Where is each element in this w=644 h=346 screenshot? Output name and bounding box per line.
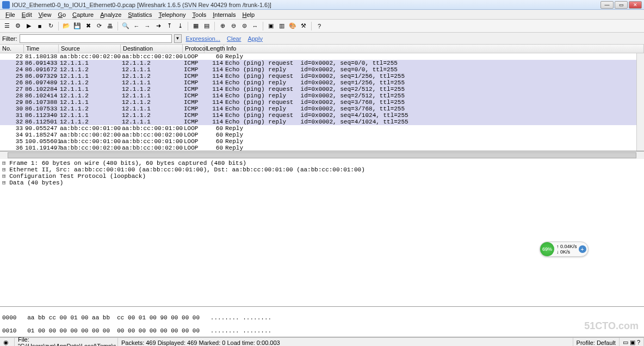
packet-details-pane[interactable]: Frame 1: 60 bytes on wire (480 bits), 60… xyxy=(0,159,644,307)
detail-row[interactable]: Frame 1: 60 bytes on wire (480 bits), 60… xyxy=(2,160,642,166)
packet-row[interactable]: 2586.09732912.1.1.112.1.1.2ICMP114Echo (… xyxy=(0,73,644,79)
interfaces-icon[interactable]: ☰ xyxy=(2,21,12,31)
auto-scroll-icon[interactable]: ▤ xyxy=(202,21,212,31)
toolbar: ☰ ⚙ ▶ ■ ↻ 📂 💾 ✖ ⟳ 🖶 🔍 ← → ➜ ⤒ ⤓ ▦ ▤ ⊕ ⊖ … xyxy=(0,20,644,33)
close-button[interactable]: ✕ xyxy=(629,1,642,9)
menubar: File Edit View Go Capture Analyze Statis… xyxy=(0,10,644,20)
zoom-out-icon[interactable]: ⊖ xyxy=(228,21,238,31)
zoom-in-icon[interactable]: ⊕ xyxy=(218,21,227,31)
packet-row[interactable]: 2886.10241412.1.1.212.1.1.1ICMP114Echo (… xyxy=(0,92,644,99)
go-first-icon[interactable]: ⤒ xyxy=(164,21,174,31)
start-capture-icon[interactable]: ▶ xyxy=(24,21,34,31)
menu-edit[interactable]: Edit xyxy=(18,11,35,18)
packet-row[interactable]: 3286.11250112.1.1.212.1.1.1ICMP114Echo (… xyxy=(0,119,644,125)
packet-row[interactable]: 35100.055601aa:bb:cc:00:01:00aa:bb:cc:00… xyxy=(0,138,644,145)
packet-row[interactable]: 2986.10738812.1.1.112.1.1.2ICMP114Echo (… xyxy=(0,99,644,106)
reload-icon[interactable]: ⟳ xyxy=(94,21,104,31)
widget-up: ↑ 0.04K/s xyxy=(556,244,577,249)
go-last-icon[interactable]: ⤓ xyxy=(175,21,185,31)
stop-capture-icon[interactable]: ■ xyxy=(35,21,45,31)
packet-row[interactable]: 3390.055247aa:bb:cc:00:01:00aa:bb:cc:00:… xyxy=(0,125,644,132)
network-monitor-widget[interactable]: 69% ↑ 0.04K/s ↓ 0K/s + xyxy=(540,242,589,257)
col-length[interactable]: Length xyxy=(205,45,224,53)
coloring-rules-icon[interactable]: 🎨 xyxy=(288,21,298,31)
packet-row[interactable]: 2386.09143312.1.1.112.1.1.2ICMP114Echo (… xyxy=(0,60,644,66)
filter-input[interactable] xyxy=(20,34,172,43)
packet-row[interactable]: 36101.191497aa:bb:cc:00:02:00aa:bb:cc:00… xyxy=(0,145,644,151)
horizontal-scrollbar[interactable] xyxy=(0,151,644,159)
help-icon[interactable]: ? xyxy=(314,21,324,31)
widget-speeds: ↑ 0.04K/s ↓ 0K/s xyxy=(556,244,577,255)
hex-dump-pane[interactable]: 0000 aa bb cc 00 01 00 aa bb cc 00 01 00… xyxy=(0,307,644,337)
filter-label: Filter: xyxy=(2,35,17,42)
menu-go[interactable]: Go xyxy=(54,11,69,18)
col-info[interactable]: Info xyxy=(224,45,644,53)
print-icon[interactable]: 🖶 xyxy=(105,21,115,31)
open-icon[interactable]: 📂 xyxy=(61,21,71,31)
status-file: File: "C:\Users\zyp\AppData\Local\Temp\s… xyxy=(15,338,118,346)
menu-capture[interactable]: Capture xyxy=(69,11,97,18)
packet-row[interactable]: 2786.10228412.1.1.112.1.1.2ICMP114Echo (… xyxy=(0,86,644,92)
col-time[interactable]: Time xyxy=(24,45,59,53)
filter-dropdown-icon[interactable]: ▼ xyxy=(174,34,182,43)
menu-view[interactable]: View xyxy=(35,11,55,18)
col-protocol[interactable]: Protocol xyxy=(183,45,205,53)
packet-row[interactable]: 2686.09748912.1.1.212.1.1.1ICMP114Echo (… xyxy=(0,79,644,86)
packet-row[interactable]: 3491.185247aa:bb:cc:00:02:00aa:bb:cc:00:… xyxy=(0,132,644,138)
go-forward-icon[interactable]: → xyxy=(143,21,152,31)
status-packets: Packets: 469 Displayed: 469 Marked: 0 Lo… xyxy=(118,338,573,346)
detail-row[interactable]: Ethernet II, Src: aa:bb:cc:00:01:00 (aa:… xyxy=(2,166,642,173)
close-file-icon[interactable]: ✖ xyxy=(83,21,93,31)
hex-line: 0000 aa bb cc 00 01 00 aa bb cc 00 01 00… xyxy=(2,314,642,321)
go-to-icon[interactable]: ➜ xyxy=(153,21,163,31)
save-icon[interactable]: 💾 xyxy=(72,21,82,31)
menu-analyze[interactable]: Analyze xyxy=(97,11,125,18)
packet-row[interactable]: 3086.10753312.1.1.212.1.1.1ICMP114Echo (… xyxy=(0,106,644,112)
separator xyxy=(58,22,59,30)
col-destination[interactable]: Destination xyxy=(121,45,183,53)
packet-row[interactable]: 2486.09167212.1.1.212.1.1.1ICMP114Echo (… xyxy=(0,66,644,73)
menu-internals[interactable]: Internals xyxy=(209,11,239,18)
detail-row[interactable]: Data (40 bytes) xyxy=(2,180,642,186)
packet-row[interactable]: 2281.180138aa:bb:cc:00:02:00aa:bb:cc:00:… xyxy=(0,53,644,60)
maximize-button[interactable]: ▭ xyxy=(615,1,628,9)
separator xyxy=(117,22,118,30)
find-icon[interactable]: 🔍 xyxy=(121,21,131,31)
menu-telephony[interactable]: Telephony xyxy=(155,11,189,18)
menu-tools[interactable]: Tools xyxy=(189,11,210,18)
menu-file[interactable]: File xyxy=(2,11,18,18)
hex-line: 0010 01 00 00 00 00 00 00 00 00 00 00 00… xyxy=(2,328,642,334)
status-icon[interactable]: ◉ xyxy=(0,338,15,346)
options-icon[interactable]: ⚙ xyxy=(13,21,23,31)
prefs-icon[interactable]: ⚒ xyxy=(299,21,308,31)
resize-cols-icon[interactable]: ↔ xyxy=(250,21,260,31)
watermark: 51CTO.com xyxy=(584,320,639,332)
apply-link[interactable]: Apply xyxy=(247,35,263,42)
colorize-icon[interactable]: ▦ xyxy=(191,21,201,31)
status-profile[interactable]: Profile: Default xyxy=(573,338,620,346)
app-icon xyxy=(2,1,10,9)
scroll-thumb[interactable] xyxy=(8,152,636,158)
window-title: IOU2_Ethernet0-0_to_IOU1_Ethernet0-0.pca… xyxy=(12,2,600,8)
packet-list-header: No. Time Source Destination Protocol Len… xyxy=(0,45,644,53)
vertical-scrollbar[interactable] xyxy=(636,53,644,151)
window-button-group: — ▭ ✕ xyxy=(600,1,642,9)
minimize-button[interactable]: — xyxy=(600,1,614,9)
widget-plus-icon[interactable]: + xyxy=(579,245,586,253)
go-back-icon[interactable]: ← xyxy=(132,21,141,31)
zoom-100-icon[interactable]: ⊜ xyxy=(239,21,249,31)
restart-capture-icon[interactable]: ↻ xyxy=(46,21,55,31)
menu-help[interactable]: Help xyxy=(239,11,258,18)
clear-link[interactable]: Clear xyxy=(227,35,241,42)
separator xyxy=(311,22,312,30)
expression-link[interactable]: Expression... xyxy=(186,35,221,42)
packet-rows: 2281.180138aa:bb:cc:00:02:00aa:bb:cc:00:… xyxy=(0,53,644,151)
col-no[interactable]: No. xyxy=(0,45,24,53)
packet-list-pane: No. Time Source Destination Protocol Len… xyxy=(0,45,644,151)
capture-filters-icon[interactable]: ▣ xyxy=(266,21,276,31)
detail-row[interactable]: Configuration Test Protocol (loopback) xyxy=(2,173,642,180)
col-source[interactable]: Source xyxy=(59,45,121,53)
packet-row[interactable]: 3186.11234012.1.1.112.1.1.2ICMP114Echo (… xyxy=(0,112,644,119)
menu-statistics[interactable]: Statistics xyxy=(125,11,155,18)
display-filters-icon[interactable]: ▥ xyxy=(277,21,287,31)
